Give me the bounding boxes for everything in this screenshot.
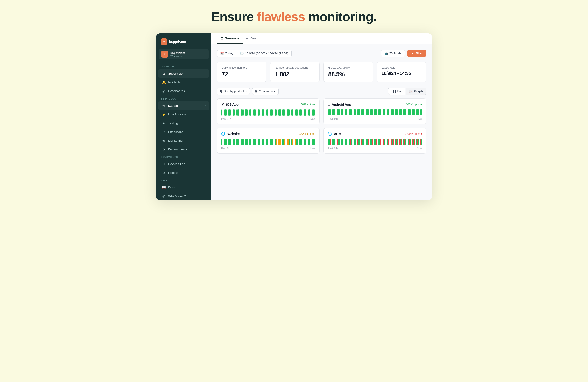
sidebar-item-incidents[interactable]: 🔔 Incidents (158, 78, 210, 86)
logo-icon: ✳ (161, 38, 167, 45)
apis-now-label: Now (417, 147, 422, 150)
stat-card-global-availability: Global availability 88.5% (323, 62, 373, 82)
tab-view-label: View (250, 37, 256, 40)
sort-label: Sort by product (224, 90, 244, 93)
sidebar-item-live-session[interactable]: ⚡ Live Session (158, 110, 210, 119)
tab-overview-label: Overview (225, 37, 239, 40)
sidebar-label-devices-lab: Devices Lab (168, 162, 185, 166)
ios-app-arrow-icon: › (205, 104, 206, 107)
ios-now-label: Now (310, 118, 315, 120)
monitor-website-name: Website (227, 132, 240, 136)
sidebar-label-incidents: Incidents (168, 80, 181, 84)
sidebar-item-monitoring[interactable]: ◉ Monitoring (158, 136, 210, 145)
workspace-avatar: k (161, 51, 168, 58)
sidebar-item-devices-lab[interactable]: □ Devices Lab (158, 160, 210, 168)
workspace-item[interactable]: k kapptivate Workspace (159, 49, 209, 60)
tv-icon: 📺 (384, 52, 388, 55)
sort-chevron-icon: ▾ (245, 90, 247, 93)
graph-view-btn[interactable]: 📈 Graph (406, 88, 426, 95)
ios-monitor-icon: ✳ (221, 102, 224, 106)
sidebar-item-supervision[interactable]: ⊡ Supervision (158, 69, 210, 78)
sidebar-item-executions[interactable]: ◷ Executions (158, 128, 210, 136)
graph-icon: 📈 (409, 90, 413, 93)
sidebar-label-supervision: Supervision (168, 72, 185, 75)
sidebar-label-environments: Environments (168, 148, 187, 151)
date-today-btn[interactable]: 📅 Today (217, 50, 237, 57)
main-header: ⊡ Overview + View (211, 33, 432, 44)
bar-chart-icon: ▐▐ (392, 90, 396, 93)
filter-right: ▐▐ Bar 📈 Graph (388, 88, 426, 95)
tab-overview[interactable]: ⊡ Overview (217, 33, 243, 44)
tab-add-view[interactable]: + View (243, 33, 260, 44)
sidebar: ✳ kapptivate k kapptivate Workspace OVER… (156, 33, 211, 201)
stat-value-daily-monitors: 72 (222, 71, 262, 78)
sidebar-section-overview: OVERVIEW (156, 63, 211, 69)
bar-view-btn[interactable]: ▐▐ Bar (388, 88, 405, 95)
bar-label: Bar (397, 90, 402, 93)
sidebar-logo: ✳ kapptivate (156, 33, 211, 49)
supervision-icon: ⊡ (162, 71, 166, 76)
clock-icon: 🕐 (240, 52, 244, 55)
filter-button[interactable]: ▼ Filter (407, 50, 426, 57)
sidebar-section-by-product: BY PRODUCT (156, 95, 211, 101)
monitoring-icon: ◉ (162, 139, 166, 142)
tab-add-icon: + (246, 37, 248, 40)
monitor-android-uptime: 100% uptime (406, 103, 422, 106)
app-window: ✳ kapptivate k kapptivate Workspace OVER… (156, 33, 432, 201)
website-monitor-icon: 🌐 (221, 132, 226, 136)
robots-icon: ⊕ (162, 171, 166, 175)
monitor-apis-uptime: 72.6% uptime (405, 132, 422, 136)
stat-card-daily-monitors: Daily active monitors 72 (217, 62, 266, 82)
graph-label: Graph (414, 90, 423, 93)
sidebar-item-ios-app[interactable]: ✳ iOS App › (158, 101, 210, 110)
stat-card-daily-executions: Number of daily executions 1 802 (270, 62, 320, 82)
tab-overview-icon: ⊡ (220, 37, 223, 40)
monitor-ios-name: iOS App (226, 103, 239, 106)
monitor-card-apis: 🌐 APIs 72.6% uptime Past 24h Now (323, 128, 426, 154)
monitors-grid: ✳ iOS App 100% uptime Past 24h Now (217, 99, 426, 154)
columns-icon: ⊞ (255, 90, 258, 93)
calendar-icon: 📅 (220, 52, 224, 55)
stat-value-global-availability: 88.5% (328, 71, 368, 78)
devices-lab-icon: □ (162, 162, 166, 166)
sidebar-item-environments[interactable]: {} Environments (158, 145, 210, 153)
filter-left: ⇅ Sort by product ▾ ⊞ 2 columns ▾ (217, 88, 279, 95)
columns-btn[interactable]: ⊞ 2 columns ▾ (252, 88, 279, 95)
sidebar-label-monitoring: Monitoring (168, 139, 183, 142)
monitor-apis-title: 🌐 APIs (328, 132, 341, 136)
stat-value-last-check: 16/9/24 - 14:35 (381, 71, 421, 76)
monitor-card-android: □ Android App 100% uptime Past 24h Now (323, 99, 426, 124)
filter-label: Filter (415, 52, 423, 55)
monitor-android-name: Android App (332, 103, 351, 106)
tv-mode-label: TV Mode (390, 52, 402, 55)
sort-by-product-btn[interactable]: ⇅ Sort by product ▾ (217, 88, 250, 95)
sidebar-section-equipments: EQUIPMENTS (156, 154, 211, 160)
sidebar-item-docs[interactable]: 📖 Docs (158, 183, 210, 191)
monitor-android-bar (328, 109, 422, 116)
monitor-website-labels: Past 24h Now (221, 147, 315, 150)
tv-mode-button[interactable]: 📺 TV Mode (381, 50, 405, 57)
android-monitor-icon: □ (328, 102, 330, 106)
monitor-ios-labels: Past 24h Now (221, 118, 315, 120)
sidebar-item-robots[interactable]: ⊕ Robots (158, 168, 210, 177)
date-range-display[interactable]: 🕐 16/9/24 (00:00) - 16/9/24 (23:59) (237, 50, 292, 57)
top-bar: 📅 Today 🕐 16/9/24 (00:00) - 16/9/24 (23:… (217, 50, 426, 57)
hero-title: Ensure flawless monitoring. (211, 9, 377, 24)
date-range-text: 16/9/24 (00:00) - 16/9/24 (23:59) (245, 52, 288, 55)
today-label: Today (225, 52, 233, 55)
sidebar-label-docs: Docs (168, 186, 175, 189)
android-past-label: Past 24h (328, 117, 338, 120)
monitor-apis-header: 🌐 APIs 72.6% uptime (328, 132, 422, 136)
ios-past-label: Past 24h (221, 118, 231, 120)
android-now-label: Now (417, 117, 422, 120)
sidebar-label-testing: Testing (168, 121, 178, 125)
stat-card-last-check: Last check 16/9/24 - 14:35 (377, 62, 426, 82)
monitor-card-ios: ✳ iOS App 100% uptime Past 24h Now (217, 99, 320, 124)
stat-label-global-availability: Global availability (328, 66, 368, 69)
monitor-website-title: 🌐 Website (221, 132, 240, 136)
stat-label-daily-executions: Number of daily executions (275, 66, 315, 69)
sidebar-item-dashboards[interactable]: ◎ Dashboards (158, 87, 210, 95)
stat-value-daily-executions: 1 802 (275, 71, 315, 78)
sidebar-item-testing[interactable]: ◈ Testing (158, 119, 210, 127)
sidebar-item-whats-new[interactable]: ◎ What's new? (158, 192, 210, 200)
